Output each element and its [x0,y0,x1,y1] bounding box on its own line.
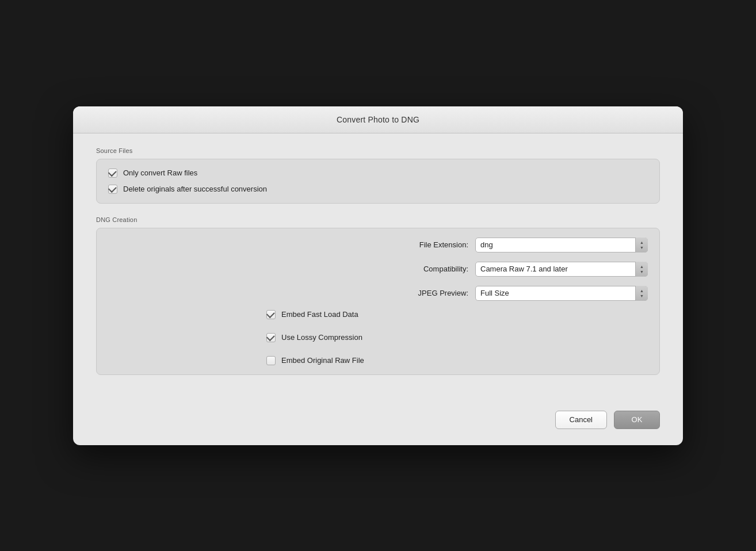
delete-originals-row: Delete originals after successful conver… [108,185,648,194]
use-lossy-compression-label: Use Lossy Compression [281,333,362,342]
dng-creation-label: DNG Creation [96,216,660,223]
delete-originals-checkbox[interactable] [108,185,117,194]
compatibility-select[interactable]: Camera Raw 2.4 and later Camera Raw 4.1 … [475,262,648,277]
compatibility-row: Compatibility: Camera Raw 2.4 and later … [108,262,648,277]
jpeg-preview-row: JPEG Preview: None Medium Size Full Size [108,286,648,301]
embed-fast-load-checkbox[interactable] [266,310,276,319]
dialog-body: Source Files Only convert Raw files Dele… [73,133,683,404]
jpeg-preview-select-wrapper: None Medium Size Full Size [475,286,648,301]
delete-originals-label: Delete originals after successful conver… [123,185,267,193]
file-extension-row: File Extension: dng DNG [108,238,648,252]
dialog-footer: Cancel OK [73,404,683,445]
source-files-section: Only convert Raw files Delete originals … [96,159,660,204]
source-files-label: Source Files [96,147,660,154]
ok-button[interactable]: OK [614,411,660,429]
convert-photo-dialog: Convert Photo to DNG Source Files Only c… [73,106,683,445]
only-convert-raw-label: Only convert Raw files [123,169,197,177]
file-extension-select-wrapper: dng DNG [475,238,648,252]
file-extension-label: File Extension: [394,240,468,249]
form-rows: File Extension: dng DNG Compatibility: C… [108,238,648,301]
dng-creation-section: File Extension: dng DNG Compatibility: C… [96,228,660,375]
cancel-button[interactable]: Cancel [555,411,607,429]
compatibility-label: Compatibility: [394,265,468,273]
embed-original-raw-label: Embed Original Raw File [281,356,364,365]
only-convert-raw-checkbox[interactable] [108,169,117,178]
dng-checkboxes: Embed Fast Load Data Use Lossy Compressi… [108,310,648,365]
embed-fast-load-label: Embed Fast Load Data [281,310,358,319]
embed-fast-load-row: Embed Fast Load Data [266,310,648,319]
dialog-title: Convert Photo to DNG [337,115,419,124]
use-lossy-compression-row: Use Lossy Compression [266,333,648,342]
jpeg-preview-label: JPEG Preview: [394,289,468,297]
jpeg-preview-select[interactable]: None Medium Size Full Size [475,286,648,301]
embed-original-raw-checkbox[interactable] [266,356,276,365]
file-extension-select[interactable]: dng DNG [475,238,648,252]
only-convert-raw-row: Only convert Raw files [108,169,648,178]
embed-original-raw-row: Embed Original Raw File [266,356,648,365]
dialog-titlebar: Convert Photo to DNG [73,106,683,133]
use-lossy-compression-checkbox[interactable] [266,333,276,342]
compatibility-select-wrapper: Camera Raw 2.4 and later Camera Raw 4.1 … [475,262,648,277]
